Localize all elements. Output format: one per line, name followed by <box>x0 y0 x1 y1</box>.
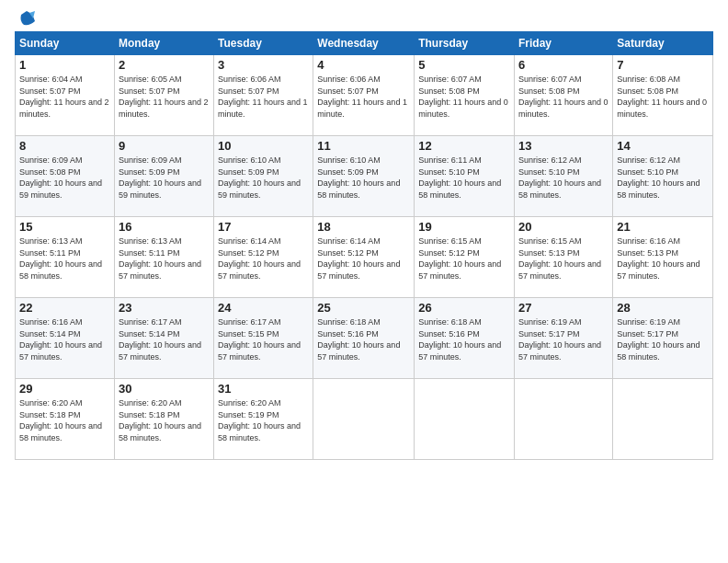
sunset-label: Sunset: 5:12 PM <box>218 248 279 258</box>
calendar-day-header: Friday <box>515 32 613 55</box>
daylight-label: Daylight: 10 hours and 58 minutes. <box>518 178 601 200</box>
sunset-label: Sunset: 5:11 PM <box>119 248 180 258</box>
sunrise-label: Sunrise: 6:18 AM <box>317 317 381 327</box>
sunrise-label: Sunrise: 6:17 AM <box>119 317 182 327</box>
day-info: Sunrise: 6:14 AM Sunset: 5:12 PM Dayligh… <box>317 236 410 282</box>
sunset-label: Sunset: 5:17 PM <box>617 329 678 339</box>
sunset-label: Sunset: 5:10 PM <box>418 167 480 177</box>
calendar-day-cell: 10 Sunrise: 6:10 AM Sunset: 5:09 PM Dayl… <box>214 136 313 217</box>
daylight-label: Daylight: 10 hours and 59 minutes. <box>19 178 102 200</box>
calendar-day-cell: 8 Sunrise: 6:09 AM Sunset: 5:08 PM Dayli… <box>16 136 115 217</box>
calendar-day-header: Saturday <box>613 32 713 55</box>
sunrise-label: Sunrise: 6:13 AM <box>119 236 182 246</box>
day-info: Sunrise: 6:15 AM Sunset: 5:13 PM Dayligh… <box>518 236 609 282</box>
day-number: 11 <box>317 139 410 153</box>
sunrise-label: Sunrise: 6:07 AM <box>518 75 582 84</box>
day-info: Sunrise: 6:07 AM Sunset: 5:08 PM Dayligh… <box>518 74 609 120</box>
sunset-label: Sunset: 5:12 PM <box>418 248 480 258</box>
daylight-label: Daylight: 10 hours and 57 minutes. <box>119 259 201 281</box>
day-number: 15 <box>19 220 110 234</box>
day-info: Sunrise: 6:20 AM Sunset: 5:18 PM Dayligh… <box>19 397 110 443</box>
day-info: Sunrise: 6:09 AM Sunset: 5:08 PM Dayligh… <box>19 155 110 201</box>
daylight-label: Daylight: 11 hours and 2 minutes. <box>19 98 109 119</box>
day-number: 30 <box>119 382 210 396</box>
calendar-day-cell <box>415 379 515 460</box>
calendar-week-row: 22 Sunrise: 6:16 AM Sunset: 5:14 PM Dayl… <box>16 298 713 379</box>
calendar-day-cell: 27 Sunrise: 6:19 AM Sunset: 5:17 PM Dayl… <box>515 298 613 379</box>
logo <box>15 9 37 26</box>
day-info: Sunrise: 6:05 AM Sunset: 5:07 PM Dayligh… <box>119 74 210 120</box>
calendar-day-cell: 24 Sunrise: 6:17 AM Sunset: 5:15 PM Dayl… <box>214 298 313 379</box>
sunrise-label: Sunrise: 6:14 AM <box>317 236 381 246</box>
calendar-day-cell: 31 Sunrise: 6:20 AM Sunset: 5:19 PM Dayl… <box>214 379 313 460</box>
day-number: 14 <box>617 139 709 153</box>
sunset-label: Sunset: 5:07 PM <box>218 86 279 96</box>
calendar-day-cell: 14 Sunrise: 6:12 AM Sunset: 5:10 PM Dayl… <box>613 136 713 217</box>
day-info: Sunrise: 6:17 AM Sunset: 5:15 PM Dayligh… <box>218 316 309 362</box>
day-number: 4 <box>317 58 410 72</box>
sunrise-label: Sunrise: 6:11 AM <box>418 155 482 165</box>
calendar-day-cell: 22 Sunrise: 6:16 AM Sunset: 5:14 PM Dayl… <box>16 298 115 379</box>
sunset-label: Sunset: 5:09 PM <box>119 167 180 177</box>
day-number: 6 <box>518 58 609 72</box>
logo-icon <box>17 9 37 29</box>
daylight-label: Daylight: 10 hours and 57 minutes. <box>518 259 601 281</box>
sunset-label: Sunset: 5:08 PM <box>418 86 480 96</box>
day-info: Sunrise: 6:12 AM Sunset: 5:10 PM Dayligh… <box>518 155 609 201</box>
day-number: 8 <box>19 139 110 153</box>
calendar-day-cell: 25 Sunrise: 6:18 AM Sunset: 5:16 PM Dayl… <box>313 298 415 379</box>
day-number: 21 <box>617 220 709 234</box>
daylight-label: Daylight: 11 hours and 0 minutes. <box>418 98 508 119</box>
sunrise-label: Sunrise: 6:20 AM <box>19 398 83 408</box>
day-info: Sunrise: 6:16 AM Sunset: 5:14 PM Dayligh… <box>19 316 110 362</box>
sunrise-label: Sunrise: 6:14 AM <box>218 236 281 246</box>
calendar-week-row: 29 Sunrise: 6:20 AM Sunset: 5:18 PM Dayl… <box>16 379 713 460</box>
daylight-label: Daylight: 11 hours and 1 minute. <box>218 98 308 119</box>
sunset-label: Sunset: 5:09 PM <box>218 167 279 177</box>
calendar-day-header: Wednesday <box>313 32 415 55</box>
calendar-day-cell: 12 Sunrise: 6:11 AM Sunset: 5:10 PM Dayl… <box>415 136 515 217</box>
sunrise-label: Sunrise: 6:15 AM <box>418 236 482 246</box>
day-number: 27 <box>518 301 609 315</box>
calendar-day-cell <box>613 379 713 460</box>
day-info: Sunrise: 6:19 AM Sunset: 5:17 PM Dayligh… <box>518 316 609 362</box>
day-number: 1 <box>19 58 110 72</box>
sunrise-label: Sunrise: 6:16 AM <box>617 236 680 246</box>
calendar-table: SundayMondayTuesdayWednesdayThursdayFrid… <box>15 31 713 460</box>
sunrise-label: Sunrise: 6:17 AM <box>218 317 281 327</box>
calendar-day-cell: 28 Sunrise: 6:19 AM Sunset: 5:17 PM Dayl… <box>613 298 713 379</box>
day-info: Sunrise: 6:07 AM Sunset: 5:08 PM Dayligh… <box>418 74 510 120</box>
day-number: 12 <box>418 139 510 153</box>
day-info: Sunrise: 6:17 AM Sunset: 5:14 PM Dayligh… <box>119 316 210 362</box>
calendar-day-cell: 1 Sunrise: 6:04 AM Sunset: 5:07 PM Dayli… <box>16 55 115 136</box>
calendar-day-cell: 30 Sunrise: 6:20 AM Sunset: 5:18 PM Dayl… <box>114 379 213 460</box>
calendar-header-row: SundayMondayTuesdayWednesdayThursdayFrid… <box>16 32 713 55</box>
sunset-label: Sunset: 5:13 PM <box>617 248 678 258</box>
day-info: Sunrise: 6:06 AM Sunset: 5:07 PM Dayligh… <box>317 74 410 120</box>
daylight-label: Daylight: 10 hours and 58 minutes. <box>19 421 102 442</box>
sunset-label: Sunset: 5:16 PM <box>418 329 480 339</box>
sunset-label: Sunset: 5:07 PM <box>317 86 379 96</box>
day-info: Sunrise: 6:09 AM Sunset: 5:09 PM Dayligh… <box>119 155 210 201</box>
day-info: Sunrise: 6:19 AM Sunset: 5:17 PM Dayligh… <box>617 316 709 362</box>
day-info: Sunrise: 6:15 AM Sunset: 5:12 PM Dayligh… <box>418 236 510 282</box>
calendar-day-cell: 3 Sunrise: 6:06 AM Sunset: 5:07 PM Dayli… <box>214 55 313 136</box>
calendar-day-cell: 17 Sunrise: 6:14 AM Sunset: 5:12 PM Dayl… <box>214 217 313 298</box>
daylight-label: Daylight: 10 hours and 58 minutes. <box>617 178 700 200</box>
sunset-label: Sunset: 5:12 PM <box>317 248 379 258</box>
calendar-week-row: 1 Sunrise: 6:04 AM Sunset: 5:07 PM Dayli… <box>16 55 713 136</box>
calendar-day-cell: 15 Sunrise: 6:13 AM Sunset: 5:11 PM Dayl… <box>16 217 115 298</box>
calendar-day-header: Thursday <box>415 32 515 55</box>
daylight-label: Daylight: 10 hours and 59 minutes. <box>218 178 301 200</box>
sunset-label: Sunset: 5:18 PM <box>119 410 180 419</box>
calendar-week-row: 8 Sunrise: 6:09 AM Sunset: 5:08 PM Dayli… <box>16 136 713 217</box>
sunset-label: Sunset: 5:13 PM <box>518 248 580 258</box>
day-number: 22 <box>19 301 110 315</box>
sunset-label: Sunset: 5:16 PM <box>317 329 379 339</box>
day-info: Sunrise: 6:11 AM Sunset: 5:10 PM Dayligh… <box>418 155 510 201</box>
day-number: 10 <box>218 139 309 153</box>
daylight-label: Daylight: 10 hours and 57 minutes. <box>317 259 400 281</box>
day-info: Sunrise: 6:13 AM Sunset: 5:11 PM Dayligh… <box>19 236 110 282</box>
day-info: Sunrise: 6:04 AM Sunset: 5:07 PM Dayligh… <box>19 74 110 120</box>
day-info: Sunrise: 6:20 AM Sunset: 5:18 PM Dayligh… <box>119 397 210 443</box>
